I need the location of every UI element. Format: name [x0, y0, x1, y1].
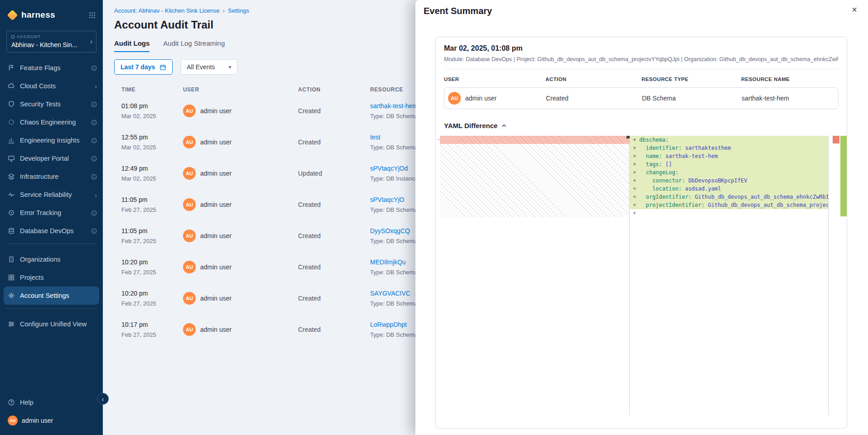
chevron-up-icon [502, 124, 506, 127]
event-type-select[interactable]: All Events ▾ [181, 59, 237, 75]
diff-empty-hatch [440, 144, 629, 217]
gear-icon [8, 292, 15, 299]
sidebar-item-feature-flags[interactable]: Feature Flags [0, 59, 103, 77]
event-summary-card: Mar 02, 2025, 01:08 pm Module: Database … [435, 37, 847, 429]
chevron-right-icon: › [95, 191, 97, 198]
cloud-icon [8, 82, 15, 90]
diff-added-block: +dbschema: + identifier: sarthaktesthem … [630, 136, 828, 217]
avatar: AU [448, 92, 461, 105]
sidebar-item-projects[interactable]: Projects [0, 268, 103, 287]
avatar: AU [183, 198, 196, 211]
sidebar-item-engineering-insights[interactable]: Engineering Insights [0, 131, 103, 149]
building-icon [8, 256, 15, 263]
account-icon [11, 35, 14, 38]
help-icon [8, 399, 15, 406]
avatar: AU [183, 136, 196, 148]
account-label: ACCOUNT [11, 34, 86, 39]
sidebar-item-security-tests[interactable]: Security Tests [0, 95, 103, 113]
sidebar-divider [6, 308, 96, 309]
sidebar-collapse-button[interactable]: ‹ [97, 393, 109, 405]
breadcrumb-separator-icon: › [223, 7, 225, 14]
sidebar-item-account-settings[interactable]: Account Settings [4, 287, 99, 305]
close-icon[interactable]: × [852, 5, 857, 15]
diff-added-line: + projectIdentifier: Github_db_devops_au… [630, 201, 828, 209]
breadcrumb-account-link[interactable]: Account: Abhinav - Kitchen Sink License [114, 7, 220, 14]
layers-icon [8, 173, 15, 180]
sidebar-item-database-devops[interactable]: Database DevOps [0, 222, 103, 240]
sidebar-divider [6, 244, 96, 244]
diff-trailing-line: + [630, 209, 828, 217]
monitor-icon [8, 155, 15, 162]
sidebar-user[interactable]: AU admin user [0, 411, 103, 430]
diff-removed-band [440, 136, 629, 144]
chaos-icon [8, 119, 15, 126]
sliders-icon [8, 320, 15, 328]
tab-audit-logs[interactable]: Audit Logs [114, 39, 149, 52]
shield-icon [8, 100, 15, 108]
tab-audit-log-streaming[interactable]: Audit Log Streaming [163, 39, 225, 52]
event-resource-name: sarthak-test-hem [742, 95, 838, 102]
info-icon [91, 120, 97, 125]
account-name: Abhinav - Kitchen Sin... [11, 41, 86, 48]
database-icon [8, 227, 15, 234]
event-timestamp: Mar 02, 2025, 01:08 pm [444, 44, 839, 53]
general-nav: Organizations Projects Account Settings [0, 248, 103, 305]
chevron-right-icon: › [95, 83, 97, 90]
sidebar-item-cloud-costs[interactable]: Cloud Costs › [0, 77, 103, 95]
chevron-down-icon: ▾ [229, 64, 231, 70]
info-icon [91, 65, 97, 71]
avatar: AU [183, 229, 196, 242]
avatar: AU [183, 323, 196, 336]
target-icon [8, 209, 15, 216]
sidebar-item-configure-unified-view[interactable]: Configure Unified View [0, 315, 103, 333]
sidebar-item-organizations[interactable]: Organizations [0, 250, 103, 268]
harness-logo-icon [7, 10, 18, 20]
sidebar-bottom: Help AU admin user [0, 393, 103, 435]
info-icon [91, 156, 97, 162]
breadcrumb-settings-link[interactable]: Settings [228, 7, 249, 14]
avatar: AU [183, 261, 196, 273]
avatar: AU [183, 292, 196, 305]
diff-added-line: + name: sarthak-test-hem [630, 152, 828, 160]
bar-chart-icon [8, 137, 15, 144]
flag-icon [8, 64, 15, 72]
user-name: admin user [22, 417, 53, 424]
info-icon [91, 138, 97, 143]
module-nav: Feature Flags Cloud Costs › Security Tes… [0, 56, 103, 240]
event-detail-table: USER ACTION RESOURCE TYPE RESOURCE NAME … [436, 69, 847, 109]
app-grid-icon[interactable] [89, 12, 96, 19]
sidebar-item-developer-portal[interactable]: Developer Portal [0, 149, 103, 167]
info-icon [91, 101, 97, 107]
sidebar: harness ACCOUNT Abhinav - Kitchen Sin...… [0, 0, 103, 435]
account-selector[interactable]: ACCOUNT Abhinav - Kitchen Sin... › [6, 31, 96, 53]
drawer-title: Event Summary [424, 6, 492, 16]
avatar: AU [183, 105, 196, 117]
calendar-icon [159, 64, 166, 71]
logo-row: harness [0, 0, 103, 25]
grid-squares-icon [8, 274, 15, 281]
sidebar-item-error-tracking[interactable]: Error Tracking [0, 204, 103, 222]
diff-pane-divider [828, 136, 829, 415]
pulse-icon [8, 191, 15, 198]
sidebar-item-help[interactable]: Help [0, 393, 103, 411]
event-summary-drawer: Event Summary × Mar 02, 2025, 01:08 pm M… [415, 0, 868, 435]
diff-added-line: + changeLog: [630, 168, 828, 177]
diff-added-line: + connector: DbDevopsoBKpcpIfEV [630, 177, 828, 185]
diff-minimap-removed[interactable] [833, 136, 839, 143]
chevron-right-icon: › [90, 38, 92, 46]
event-meta: Module: Database DevOps | Project: Githu… [444, 56, 839, 69]
footer-nav: Configure Unified View [0, 312, 103, 333]
date-range-button[interactable]: Last 7 days [114, 59, 173, 75]
event-resource-type: DB Schema [642, 95, 742, 102]
event-header: Mar 02, 2025, 01:08 pm Module: Database … [436, 37, 847, 69]
diff-added-line: + identifier: sarthaktesthem [630, 144, 828, 152]
diff-minimap-added[interactable] [840, 136, 847, 216]
yaml-difference-toggle[interactable]: YAML Difference [444, 122, 839, 129]
avatar: AU [8, 416, 18, 425]
event-table-header: USER ACTION RESOURCE TYPE RESOURCE NAME [444, 76, 839, 82]
sidebar-item-service-reliability[interactable]: Service Reliability › [0, 186, 103, 204]
sidebar-item-infrastructure[interactable]: Infrastructure [0, 167, 103, 186]
harness-logo-text: harness [21, 10, 55, 20]
info-icon [91, 210, 97, 216]
sidebar-item-chaos-engineering[interactable]: Chaos Engineering [0, 113, 103, 131]
